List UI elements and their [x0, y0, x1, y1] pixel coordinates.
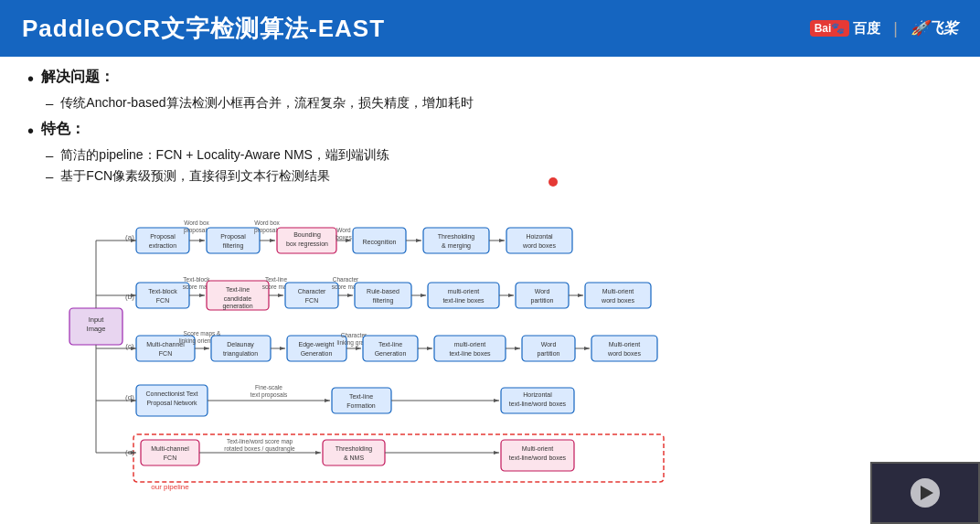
svg-text:text proposals: text proposals — [250, 391, 288, 399]
svg-text:FCN: FCN — [156, 297, 169, 304]
svg-text:Word box: Word box — [254, 219, 280, 226]
sub-text-1-1: 传统Anchor-based算法检测小框再合并，流程复杂，损失精度，增加耗时 — [60, 93, 473, 112]
svg-text:Generation: Generation — [375, 350, 407, 357]
svg-rect-26 — [423, 228, 489, 253]
svg-text:Character: Character — [298, 288, 326, 294]
svg-rect-57 — [428, 283, 499, 308]
video-thumbnail[interactable] — [870, 462, 980, 524]
svg-text:Character: Character — [333, 276, 359, 283]
diagram-svg: Input Image (a) Proposal extraction Word… — [60, 191, 956, 502]
logo-divider: | — [893, 19, 898, 38]
svg-text:Thresholding: Thresholding — [438, 233, 475, 241]
main-content: • 解决问题： – 传统Anchor-based算法检测小框再合并，流程复杂，损… — [0, 57, 980, 506]
svg-text:Recognition: Recognition — [363, 239, 397, 246]
svg-text:triangulation: triangulation — [223, 350, 258, 358]
svg-text:Input: Input — [89, 315, 105, 324]
svg-text:FCN: FCN — [305, 297, 318, 304]
svg-text:partition: partition — [538, 350, 560, 358]
svg-rect-34 — [136, 283, 189, 308]
sub-text-2-1: 简洁的pipeline：FCN + Locality-Aware NMS，端到端… — [60, 145, 389, 165]
svg-text:word boxes: word boxes — [607, 350, 641, 357]
svg-text:boxes: boxes — [336, 234, 352, 241]
svg-text:Text-line: Text-line — [378, 341, 402, 348]
svg-text:Multi-channel: Multi-channel — [151, 445, 189, 452]
svg-text:Multi-orient: Multi-orient — [522, 445, 554, 452]
svg-rect-89 — [434, 336, 506, 361]
svg-text:Word: Word — [535, 288, 550, 294]
bullet-dot-2: • — [27, 118, 34, 144]
svg-text:Word box: Word box — [184, 219, 209, 226]
svg-text:word boxes: word boxes — [522, 242, 556, 249]
svg-text:rotated boxes / quadrangle: rotated boxes / quadrangle — [224, 445, 295, 453]
diagram-area: Input Image (a) Proposal extraction Word… — [60, 191, 956, 502]
svg-text:Edge-weight: Edge-weight — [299, 341, 335, 348]
svg-text:Proposal: Proposal — [220, 233, 246, 241]
header: PaddleOCR文字检测算法-EAST Bai🐾 百度 | 🚀飞桨 — [0, 0, 980, 57]
svg-text:generation: generation — [222, 303, 252, 310]
svg-text:Bounding: Bounding — [293, 231, 321, 239]
sub-bullet-2-2: – 基于FCN像素级预测，直接得到文本行检测结果 — [46, 166, 953, 187]
play-button[interactable] — [911, 478, 940, 508]
svg-text:(c): (c) — [125, 342, 134, 350]
svg-text:Text-block: Text-block — [148, 288, 177, 294]
svg-text:our pipeline: our pipeline — [151, 483, 189, 491]
bullet-1: • 解决问题： — [27, 66, 953, 91]
svg-rect-116 — [141, 440, 199, 465]
svg-text:filtering: filtering — [373, 297, 394, 305]
svg-text:multi-orient: multi-orient — [448, 288, 480, 294]
svg-text:Word: Word — [336, 227, 351, 233]
svg-text:text-line/word boxes: text-line/word boxes — [509, 454, 567, 461]
svg-text:Rule-based: Rule-based — [367, 288, 399, 294]
svg-text:partition: partition — [531, 297, 554, 305]
svg-text:Horizontal: Horizontal — [523, 391, 552, 398]
svg-text:Hoizontal: Hoizontal — [526, 233, 553, 240]
svg-text:Text-line: Text-line — [349, 393, 373, 400]
svg-text:multi-orient: multi-orient — [454, 341, 486, 348]
section1-title: 解决问题： — [41, 66, 114, 88]
paddle-logo: 🚀飞桨 — [911, 19, 958, 38]
svg-text:filtering: filtering — [223, 242, 244, 250]
svg-text:Thresholding: Thresholding — [336, 445, 373, 453]
svg-text:(b): (b) — [125, 293, 134, 301]
play-icon — [921, 486, 933, 500]
svg-text:& merging: & merging — [442, 242, 471, 250]
svg-text:text-line boxes: text-line boxes — [449, 350, 491, 357]
svg-rect-75 — [211, 336, 271, 361]
svg-text:Text-line/word score map: Text-line/word score map — [227, 438, 293, 445]
section2-title: 特色： — [41, 118, 85, 140]
svg-rect-5 — [136, 228, 189, 253]
svg-text:text-line boxes: text-line boxes — [442, 297, 485, 304]
slide-container: PaddleOCR文字检测算法-EAST Bai🐾 百度 | 🚀飞桨 • 解决问… — [0, 0, 980, 524]
svg-text:Multi-orient: Multi-orient — [602, 288, 634, 294]
svg-rect-93 — [522, 336, 575, 361]
baidu-logo: Bai🐾 百度 — [810, 20, 881, 37]
svg-rect-122 — [323, 440, 385, 465]
svg-text:Formation: Formation — [346, 402, 376, 409]
svg-text:Text-line: Text-line — [226, 286, 250, 293]
svg-text:extraction: extraction — [149, 242, 176, 249]
svg-text:word boxes: word boxes — [601, 297, 634, 304]
svg-text:candidate: candidate — [224, 295, 251, 302]
svg-text:Proposal Network: Proposal Network — [146, 400, 197, 407]
svg-rect-97 — [591, 336, 657, 361]
svg-text:Connectionist Text: Connectionist Text — [145, 390, 197, 397]
svg-text:Word: Word — [541, 341, 557, 348]
svg-text:FCN: FCN — [164, 454, 176, 461]
svg-text:Text-block: Text-block — [183, 276, 210, 283]
slide-title: PaddleOCR文字检测算法-EAST — [22, 13, 385, 45]
header-logos: Bai🐾 百度 | 🚀飞桨 — [810, 19, 958, 38]
svg-rect-107 — [332, 388, 391, 413]
svg-rect-61 — [516, 283, 569, 308]
svg-text:Generation: Generation — [301, 350, 333, 357]
svg-text:Multi-orient: Multi-orient — [609, 341, 641, 348]
svg-text:FCN: FCN — [159, 350, 172, 357]
sub-bullet-2-1: – 简洁的pipeline：FCN + Locality-Aware NMS，端… — [46, 145, 953, 166]
svg-rect-65 — [585, 283, 651, 308]
red-dot — [549, 177, 558, 187]
sub-bullet-1-1: – 传统Anchor-based算法检测小框再合并，流程复杂，损失精度，增加耗时 — [46, 93, 953, 114]
svg-text:Fine-scale: Fine-scale — [255, 384, 282, 390]
bullet-dot-1: • — [27, 66, 34, 91]
svg-rect-53 — [355, 283, 411, 308]
svg-text:text-line/word boxes: text-line/word boxes — [509, 401, 567, 407]
svg-rect-114 — [133, 434, 664, 482]
